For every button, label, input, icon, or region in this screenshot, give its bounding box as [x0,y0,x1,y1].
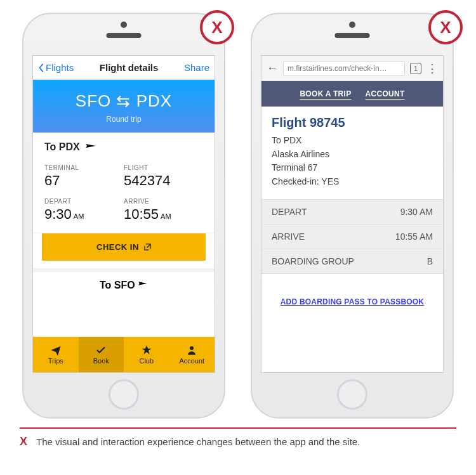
check-icon [95,344,107,356]
tab-account[interactable]: Account [169,337,215,372]
page-title: Flight details [100,62,159,73]
x-icon: X [211,18,222,37]
row-value: B [427,256,433,266]
menu-button[interactable]: ⋮ [426,63,438,74]
tab-label: Trips [48,357,63,365]
caption-divider [20,427,456,429]
caption-x-icon: X [20,435,27,448]
arrive-cell: ARRIVE 10:55AM [124,198,203,223]
tab-club[interactable]: Club [124,337,169,372]
person-icon [186,344,197,356]
back-button[interactable]: Flights [38,62,74,73]
arrive-label: ARRIVE [124,198,203,205]
row-value: 9:30 AM [400,207,433,217]
app-screen: Flights Flight details Share SFO ⇆ PDX R… [32,55,215,373]
passbook-section: ADD BOARDING PASS TO PASSBOOK [272,296,433,307]
flight-cell: FLIGHT 542374 [124,164,203,189]
nav-book-trip[interactable]: BOOK A TRIP [300,89,351,98]
phone-speaker [335,33,370,38]
share-button[interactable]: Share [184,62,209,73]
plane-icon [50,344,62,356]
negative-badge: X [428,10,463,44]
site-screen: ← m.firstairlines.com/check-in… 1 ⋮ BOOK… [261,55,444,373]
browser-back-button[interactable]: ← [267,62,278,75]
negative-badge: X [200,10,234,44]
phone-camera [349,22,355,28]
phone-app: X Flights Flight details Share SFO ⇆ PDX… [22,13,225,419]
caption-text: The visual and interaction experience ch… [36,436,360,447]
star-icon [141,344,152,356]
row-label: BOARDING GROUP [272,256,354,266]
route-hero: SFO ⇆ PDX Round trip [33,80,215,133]
return-label: To SFO [100,280,135,290]
detail-line: Alaska Airlines [272,148,433,162]
row-label: ARRIVE [272,231,305,242]
phone-speaker [107,33,142,38]
chevron-left-icon [38,63,44,72]
site-content: Flight 98745 To PDX Alaska Airlines Term… [261,107,443,307]
flight-card-return-preview: To SFO [33,268,215,291]
tab-book[interactable]: Book [79,337,124,372]
arrive-value: 10:55 [124,206,159,222]
home-button[interactable] [337,379,367,410]
destination-label: To PDX [44,141,80,153]
caption: X The visual and interaction experience … [20,435,456,448]
tab-label: Account [179,357,204,365]
flight-value: 542374 [124,172,203,189]
detail-line: To PDX [272,134,433,148]
tab-bar: Trips Book Club Account [33,337,215,372]
tab-count-button[interactable]: 1 [410,63,421,74]
depart-label: DEPART [44,198,124,205]
app-navbar: Flights Flight details Share [33,56,215,80]
terminal-value: 67 [44,172,124,189]
destination-row: To PDX [44,140,203,158]
arrive-ampm: AM [161,212,171,220]
plane-icon [138,280,148,290]
row-label: DEPART [272,207,307,217]
times-table: DEPART 9:30 AM ARRIVE 10:55 AM BOARDING … [261,199,443,274]
plane-icon [85,140,96,154]
flight-title: Flight 98745 [272,115,433,130]
row-value: 10:55 AM [395,231,433,242]
table-row: BOARDING GROUP B [261,249,443,273]
home-button[interactable] [109,379,139,410]
detail-line: Terminal 67 [272,161,433,175]
site-nav: BOOK A TRIP ACCOUNT [261,81,443,107]
phone-camera [121,22,127,28]
route-text: SFO ⇆ PDX [33,91,215,111]
svg-point-0 [190,346,194,350]
table-row: ARRIVE 10:55 AM [261,224,443,249]
table-row: DEPART 9:30 AM [261,200,443,224]
checkin-label: CHECK IN [96,242,139,252]
terminal-label: TERMINAL [44,164,124,171]
checkin-button[interactable]: CHECK IN [42,233,206,261]
phone-site: X ← m.firstairlines.com/check-in… 1 ⋮ BO… [251,13,454,419]
back-label: Flights [46,62,74,73]
tab-trips[interactable]: Trips [33,337,79,372]
url-field[interactable]: m.firstairlines.com/check-in… [283,61,405,76]
terminal-cell: TERMINAL 67 [44,164,124,189]
add-passbook-link[interactable]: ADD BOARDING PASS TO PASSBOOK [281,297,425,306]
flight-card-outbound: To PDX TERMINAL 67 FLIGHT 542374 [33,133,215,233]
depart-cell: DEPART 9:30AM [44,198,124,223]
external-link-icon [144,244,151,251]
depart-ampm: AM [74,212,84,220]
nav-account[interactable]: ACCOUNT [365,89,404,98]
depart-value: 9:30 [44,206,72,222]
url-text: m.firstairlines.com/check-in… [288,64,387,73]
browser-toolbar: ← m.firstairlines.com/check-in… 1 ⋮ [261,56,443,81]
x-icon: X [440,18,451,37]
flight-label: FLIGHT [124,164,203,171]
detail-line: Checked-in: YES [272,175,433,189]
tab-label: Book [93,357,109,365]
route-subtitle: Round trip [33,115,215,124]
tab-label: Club [139,357,154,365]
